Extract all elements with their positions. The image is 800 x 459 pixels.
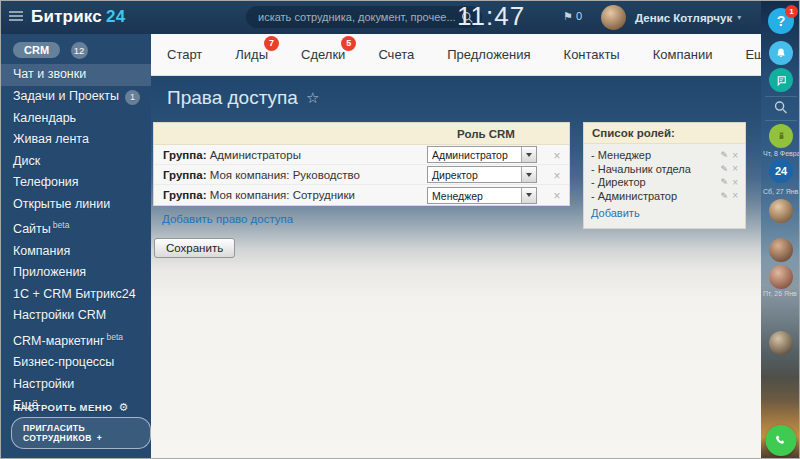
role-select[interactable]: Администратор [427,146,537,163]
sidebar-item-telephony[interactable]: Телефония [1,172,151,194]
tab-invoices[interactable]: Счета [378,47,414,62]
sidebar-item-feed[interactable]: Живая лента [1,129,151,151]
crm-pill-button[interactable]: CRM [13,42,60,58]
role-select[interactable]: Директор [427,166,537,183]
delete-row-icon[interactable]: × [553,189,560,203]
configure-menu-button[interactable]: НАСТРОИТЬ МЕНЮ⚙ [13,401,129,414]
delete-row-icon[interactable]: × [553,169,560,183]
tab-leads[interactable]: Лиды7 [235,47,268,62]
select-dropdown-button[interactable] [521,188,536,203]
page-header: Права доступа ☆ [151,76,761,119]
right-toolbar: ? 1 Чт, 8 Февра 24 Сб, 27 Янв Пт, 26 Янв [761,1,800,459]
leads-counter-badge: 7 [264,36,279,51]
notifications-bell-icon[interactable] [769,41,793,65]
sidebar-item-chat[interactable]: Чат и звонки [1,64,151,86]
edit-role-icon[interactable]: ✎ [721,149,729,163]
delete-role-icon[interactable]: × [732,151,738,161]
sidebar-item-1c-crm[interactable]: 1С + CRM Битрикс24 [1,284,151,306]
logo-text: Битрикс [31,7,102,26]
save-button[interactable]: Сохранить [154,238,235,258]
sidebar-item-open-lines[interactable]: Открытые линии [1,194,151,216]
market-robot-icon[interactable] [769,124,793,148]
flag-count: 0 [576,10,582,22]
hamburger-menu-icon[interactable] [9,9,23,23]
user-avatar[interactable] [601,5,626,30]
clock[interactable]: 11:47 [457,1,525,32]
tasks-counter-badge: 1 [125,90,140,105]
sidebar-item-settings[interactable]: Настройки [1,374,151,396]
group-name: Группа: Моя компания: Сотрудники [154,189,427,201]
role-name: Менеджер [598,149,651,163]
list-item-role: - Начальник отдела✎× [591,163,738,177]
calendar-date-label: Сб, 27 Янв [761,188,800,195]
sidebar-item-crm-marketing[interactable]: CRM-маркетингbeta [1,327,151,353]
sidebar-item-disk[interactable]: Диск [1,151,151,173]
add-access-right-link[interactable]: Добавить право доступа [162,213,293,225]
select-dropdown-button[interactable] [521,147,536,162]
plus-icon: + [97,433,102,443]
crm-nav-bar: Старт Лиды7 Сделки5 Счета Предложения Ко… [151,34,761,76]
calendar-date-label: Пт, 26 Янв [761,290,800,297]
role-select[interactable]: Менеджер [427,187,537,204]
delete-role-icon[interactable]: × [732,164,738,174]
group-name: Группа: Моя компания: Руководство [154,169,427,181]
search-input[interactable] [258,11,461,23]
recent-contact-avatar[interactable] [769,238,793,262]
recent-contact-avatar[interactable] [769,199,793,223]
favorite-star-icon[interactable]: ☆ [306,89,319,107]
roles-panel-title: Список ролей: [584,123,745,144]
sidebar-item-company[interactable]: Компания [1,241,151,263]
access-rights-table: Роль CRM Группа: Администраторы Админист… [153,122,570,206]
roles-list-panel: Список ролей: - Менеджер✎× - Начальник о… [583,122,746,229]
deals-counter-badge: 5 [341,36,356,51]
role-name: Директор [598,176,646,190]
delete-role-icon[interactable]: × [732,178,738,188]
phone-call-button[interactable] [766,425,797,456]
group-name: Группа: Администраторы [154,149,427,161]
tab-quotes[interactable]: Предложения [447,47,530,62]
chat-icon[interactable] [769,68,793,92]
table-row: Группа: Моя компания: Сотрудники Менедже… [154,185,569,205]
search-icon[interactable] [774,100,789,119]
gear-icon: ⚙ [119,401,129,413]
list-item-role: - Директор✎× [591,176,738,190]
sidebar: CRM 12 Чат и звонки Задачи и Проекты1 Ка… [1,34,151,459]
edit-role-icon[interactable]: ✎ [721,190,729,204]
add-role-link[interactable]: Добавить [591,207,640,219]
tab-deals[interactable]: Сделки5 [301,47,345,62]
invite-employees-button[interactable]: ПРИГЛАСИТЬ СОТРУДНИКОВ+ [11,417,151,449]
flag-counter[interactable]: ⚑0 [563,10,582,23]
column-header-role: Роль CRM [427,128,545,140]
tab-contacts[interactable]: Контакты [564,47,620,62]
select-dropdown-button[interactable] [521,167,536,182]
edit-role-icon[interactable]: ✎ [721,176,729,190]
flag-icon: ⚑ [563,10,573,22]
sidebar-item-crm-settings[interactable]: Настройки CRM [1,305,151,327]
delete-role-icon[interactable]: × [732,191,738,201]
sidebar-item-calendar[interactable]: Календарь [1,108,151,130]
bitrix24-app-window: Битрикс24 11:47 ⚑0 Денис Котлярчук ▾ CRM… [0,0,800,459]
list-item-role: - Администратор✎× [591,190,738,204]
help-button[interactable]: ? 1 [768,8,794,34]
user-menu[interactable]: Денис Котлярчук ▾ [601,5,741,30]
recent-contact-avatar[interactable] [769,306,793,330]
edit-role-icon[interactable]: ✎ [721,163,729,177]
user-name: Денис Котлярчук [635,12,732,24]
recent-contact-avatar[interactable] [769,265,793,289]
role-name: Администратор [598,190,677,204]
sidebar-item-apps[interactable]: Приложения [1,262,151,284]
recent-contact-avatar[interactable] [769,331,793,355]
sidebar-item-tasks[interactable]: Задачи и Проекты1 [1,86,151,108]
app-logo[interactable]: Битрикс24 [31,7,125,27]
delete-row-icon[interactable]: × [553,149,560,163]
crm-counter-badge[interactable]: 12 [71,42,88,59]
sidebar-item-crm: CRM 12 [1,34,151,64]
global-search[interactable] [246,6,482,28]
tab-start[interactable]: Старт [167,47,202,62]
sidebar-item-business-processes[interactable]: Бизнес-процессы [1,352,151,374]
bitrix24-day-badge[interactable]: 24 [769,159,793,183]
tab-companies[interactable]: Компании [653,47,713,62]
help-counter-badge: 1 [785,5,798,18]
sidebar-item-sites[interactable]: Сайтыbeta [1,215,151,241]
beta-label: beta [106,332,123,342]
